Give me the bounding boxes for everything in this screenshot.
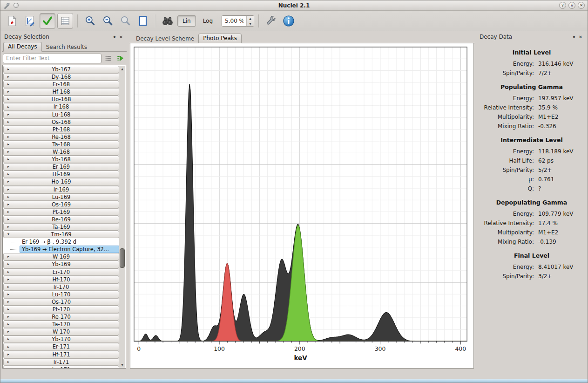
tree-item[interactable]: ▸Lu-171	[3, 366, 119, 368]
tree-item[interactable]: ▸Er-169	[3, 163, 119, 171]
collapsed-arrow-icon[interactable]: ▸	[7, 293, 9, 296]
window-pin-icon[interactable]	[14, 3, 19, 8]
tree-item[interactable]: ▸Os-168	[3, 118, 119, 126]
decay-data-header[interactable]: Decay Data ◆ ✕	[477, 32, 586, 41]
close-dock-button[interactable]: ✕	[577, 34, 584, 40]
preferences-button[interactable]	[263, 13, 279, 29]
zoom-fit-button[interactable]	[135, 13, 151, 29]
tree-item[interactable]: ▸Ir-169	[3, 186, 119, 193]
collapsed-arrow-icon[interactable]: ▸	[7, 120, 9, 124]
tab-photo-peaks[interactable]: Photo Peaks	[198, 34, 242, 43]
tree-item[interactable]: ▸Ir-168	[3, 103, 119, 110]
collapsed-arrow-icon[interactable]: ▸	[7, 270, 9, 274]
tree-item[interactable]: ▸Os-169	[3, 201, 119, 208]
maximize-button[interactable]: ∧	[568, 2, 575, 9]
minimize-button[interactable]: ∨	[559, 2, 566, 9]
zoom-out-button[interactable]	[100, 13, 115, 29]
tree-item[interactable]: ▸Er-170	[3, 268, 119, 276]
collapsed-arrow-icon[interactable]: ▸	[7, 330, 9, 334]
tree-item[interactable]: ▸Yb-169	[3, 260, 119, 268]
collapsed-arrow-icon[interactable]: ▸	[7, 210, 9, 214]
tree-item[interactable]: ▸Ho-168	[3, 96, 119, 103]
tree-item[interactable]: ▸Hf-170	[3, 276, 119, 283]
resolution-spinbox[interactable]: ▲ ▼	[222, 15, 254, 27]
collapsed-arrow-icon[interactable]: ▸	[7, 68, 9, 71]
decay-item[interactable]: Er-169 → β-, 9.392 d	[3, 238, 119, 246]
collapsed-arrow-icon[interactable]: ▸	[7, 90, 9, 94]
collapsed-arrow-icon[interactable]: ▸	[7, 225, 9, 229]
tree-item[interactable]: ▸Ta-170	[3, 321, 119, 328]
tree-item[interactable]: ▸Hf-168	[3, 88, 119, 96]
collapsed-arrow-icon[interactable]: ▸	[7, 143, 9, 146]
collapsed-arrow-icon[interactable]: ▸	[7, 172, 9, 176]
collapsed-arrow-icon[interactable]: ▸	[7, 255, 9, 259]
decay-item-selected[interactable]: Yb-169 → Electron Capture, 32…	[3, 246, 119, 253]
collapsed-arrow-icon[interactable]: ▸	[7, 300, 9, 304]
filter-input[interactable]	[3, 54, 101, 63]
tree-item[interactable]: ▾Tm-169	[3, 231, 119, 238]
tree-item[interactable]: ▸Ta-168	[3, 141, 119, 148]
tree-item[interactable]: ▸Pt-170	[3, 306, 119, 313]
collapsed-arrow-icon[interactable]: ▸	[7, 135, 9, 139]
spectrum-plot[interactable]: 0100200300400keV	[130, 43, 473, 368]
collapsed-arrow-icon[interactable]: ▸	[7, 322, 9, 326]
collapsed-arrow-icon[interactable]: ▸	[7, 150, 9, 154]
collapsed-arrow-icon[interactable]: ▸	[7, 195, 9, 199]
tree-item[interactable]: ▸Er-171	[3, 343, 119, 350]
scrollbar-thumb[interactable]	[120, 248, 125, 268]
list-options-button[interactable]	[103, 53, 114, 64]
collapsed-arrow-icon[interactable]: ▸	[7, 113, 9, 116]
tree-item[interactable]: ▸Ir-171	[3, 358, 119, 366]
decay-selection-header[interactable]: Decay Selection ◆ ✕	[2, 32, 127, 41]
tab-decay-level-scheme[interactable]: Decay Level Scheme	[132, 34, 198, 43]
collapsed-arrow-icon[interactable]: ▸	[7, 218, 9, 221]
tree-item[interactable]: ▸Lu-170	[3, 291, 119, 298]
title-bar[interactable]: Nuclei 2.1 ∨ ∧ ✕	[0, 0, 588, 11]
export-pdf-button[interactable]	[4, 13, 20, 29]
table-view-toggle[interactable]	[57, 13, 73, 29]
spin-down-button[interactable]: ▼	[247, 21, 254, 26]
collapsed-arrow-icon[interactable]: ▸	[7, 262, 9, 266]
collapsed-arrow-icon[interactable]: ▸	[7, 285, 9, 289]
linear-scale-toggle[interactable]: Lin	[177, 15, 196, 27]
collapsed-arrow-icon[interactable]: ▸	[7, 203, 9, 206]
expanded-arrow-icon[interactable]: ▾	[7, 233, 9, 236]
tree-item[interactable]: ▸W-170	[3, 328, 119, 335]
collapsed-arrow-icon[interactable]: ▸	[7, 97, 9, 101]
collapsed-arrow-icon[interactable]: ▸	[7, 337, 9, 341]
float-dock-button[interactable]: ◆	[111, 34, 118, 40]
collapsed-arrow-icon[interactable]: ▸	[7, 188, 9, 192]
resolution-input[interactable]	[222, 16, 246, 26]
collapsed-arrow-icon[interactable]: ▸	[7, 165, 9, 169]
collapsed-arrow-icon[interactable]: ▸	[7, 75, 9, 79]
zoom-original-button[interactable]	[117, 13, 133, 29]
tree-item[interactable]: ▸Ir-170	[3, 283, 119, 291]
zoom-in-button[interactable]	[82, 13, 98, 29]
show-selected-peaks-toggle[interactable]	[40, 13, 55, 29]
tree-item[interactable]: ▸Re-169	[3, 216, 119, 223]
tree-item[interactable]: ▸Lu-168	[3, 111, 119, 118]
tree-item[interactable]: ▸W-168	[3, 148, 119, 156]
tree-item[interactable]: ▸Pt-169	[3, 208, 119, 216]
tree-item[interactable]: ▸Er-168	[3, 81, 119, 88]
photo-peaks-chart[interactable]: 0100200300400keV	[130, 43, 474, 369]
tree-item[interactable]: ▸Ta-169	[3, 223, 119, 231]
close-dock-button[interactable]: ✕	[118, 34, 124, 40]
tree-item[interactable]: ▸Hf-171	[3, 351, 119, 358]
tree-item[interactable]: ▸Hf-169	[3, 171, 119, 178]
tab-search-results[interactable]: Search Results	[42, 43, 91, 52]
float-dock-button[interactable]: ◆	[571, 34, 577, 40]
collapsed-arrow-icon[interactable]: ▸	[7, 360, 9, 364]
find-button[interactable]	[160, 13, 176, 29]
tree-item[interactable]: ▸Yb-170	[3, 335, 119, 343]
close-button[interactable]: ✕	[578, 2, 585, 9]
collapsed-arrow-icon[interactable]: ▸	[7, 308, 9, 311]
collapsed-arrow-icon[interactable]: ▸	[7, 353, 9, 356]
tree-item[interactable]: ▸Os-170	[3, 298, 119, 306]
collapsed-arrow-icon[interactable]: ▸	[7, 105, 9, 109]
tab-all-decays[interactable]: All Decays	[3, 42, 42, 52]
tree-item[interactable]: ▸Dy-168	[3, 73, 119, 81]
tree-item[interactable]: ▸W-169	[3, 253, 119, 260]
spin-up-button[interactable]: ▲	[247, 16, 254, 21]
tree-item[interactable]: ▸Re-170	[3, 313, 119, 321]
